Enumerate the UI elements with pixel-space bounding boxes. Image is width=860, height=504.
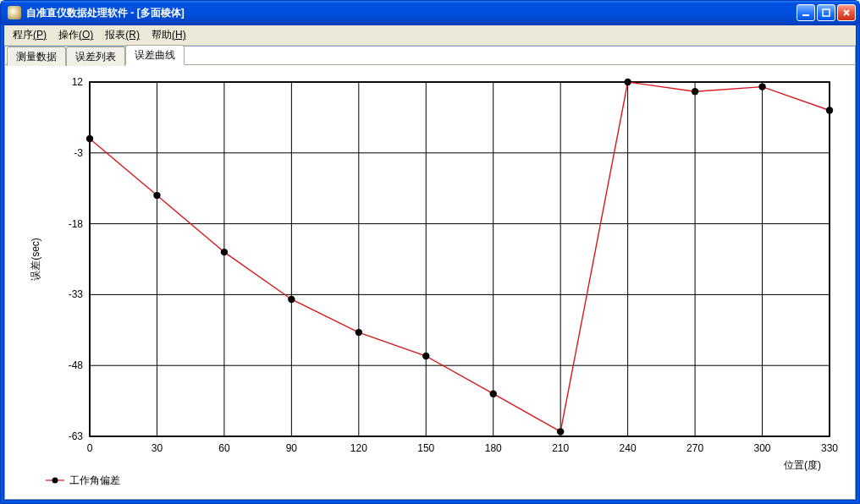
menu-operate[interactable]: 操作(O): [58, 28, 93, 42]
app-window: 自准直仪数据处理软件 - [多面棱体] 程序(P) 操作(O) 报表(R): [0, 0, 860, 504]
menu-help[interactable]: 帮助(H): [152, 28, 186, 42]
svg-point-44: [288, 296, 295, 303]
client-area: 程序(P) 操作(O) 报表(R) 帮助(H) 测量数据 误差列表 误差曲线 0…: [3, 25, 857, 501]
svg-text:330: 330: [821, 442, 838, 454]
maximize-button[interactable]: [817, 4, 835, 21]
svg-text:120: 120: [350, 442, 367, 454]
svg-point-48: [557, 428, 564, 435]
svg-text:210: 210: [552, 442, 569, 454]
svg-text:30: 30: [152, 442, 163, 454]
svg-text:180: 180: [485, 442, 502, 454]
menu-bar: 程序(P) 操作(O) 报表(R) 帮助(H): [4, 25, 856, 46]
svg-point-52: [826, 107, 833, 113]
svg-text:-3: -3: [74, 147, 83, 159]
menu-report[interactable]: 报表(R): [105, 28, 140, 42]
svg-point-42: [153, 192, 160, 199]
svg-text:240: 240: [620, 442, 637, 454]
svg-text:-63: -63: [69, 430, 84, 442]
svg-rect-1: [823, 9, 830, 16]
svg-text:-33: -33: [69, 288, 84, 300]
svg-text:工作角偏差: 工作角偏差: [69, 474, 120, 486]
svg-point-50: [692, 88, 698, 95]
svg-point-49: [624, 79, 631, 85]
svg-text:300: 300: [754, 442, 771, 454]
svg-point-43: [221, 249, 228, 255]
svg-text:-48: -48: [69, 359, 84, 371]
menu-program[interactable]: 程序(P): [13, 28, 47, 42]
svg-point-51: [758, 83, 765, 90]
window-controls: [797, 4, 856, 21]
minimize-button[interactable]: [797, 4, 815, 21]
svg-text:误差(sec): 误差(sec): [30, 238, 41, 281]
svg-text:位置(度): 位置(度): [784, 459, 821, 471]
svg-point-46: [422, 353, 429, 359]
close-button[interactable]: [837, 4, 856, 21]
svg-text:-18: -18: [69, 218, 84, 230]
svg-text:90: 90: [286, 442, 298, 454]
svg-text:150: 150: [417, 442, 434, 454]
svg-text:12: 12: [72, 76, 84, 88]
svg-rect-20: [90, 82, 830, 436]
svg-rect-0: [802, 14, 809, 16]
svg-point-54: [52, 478, 58, 484]
svg-point-41: [86, 135, 93, 142]
app-icon: [8, 6, 21, 19]
tab-error-curve[interactable]: 误差曲线: [125, 45, 185, 65]
title-bar: 自准直仪数据处理软件 - [多面棱体]: [1, 1, 859, 25]
chart-canvas: 030609012015018021024027030033012-3-18-3…: [5, 65, 855, 499]
svg-text:270: 270: [686, 442, 703, 454]
svg-point-45: [356, 329, 362, 336]
tab-strip: 测量数据 误差列表 误差曲线: [5, 47, 855, 65]
svg-point-47: [490, 391, 497, 397]
window-title: 自准直仪数据处理软件 - [多面棱体]: [26, 6, 797, 20]
svg-text:0: 0: [87, 442, 93, 454]
content: 测量数据 误差列表 误差曲线 0306090120150180210240270…: [4, 46, 856, 500]
tab-error-list[interactable]: 误差列表: [66, 47, 125, 66]
tab-measure-data[interactable]: 测量数据: [7, 47, 66, 66]
svg-text:60: 60: [218, 442, 230, 454]
chart-area: 030609012015018021024027030033012-3-18-3…: [5, 65, 855, 499]
